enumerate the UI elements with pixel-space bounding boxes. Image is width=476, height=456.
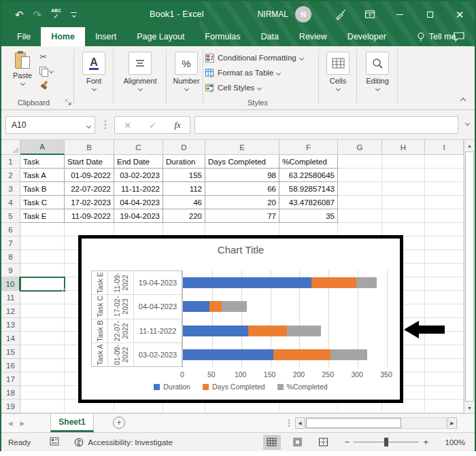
row-header-16[interactable]: 16	[1, 359, 20, 372]
row-header-5[interactable]: 5	[1, 209, 20, 223]
bar-segment-%completed[interactable]	[222, 301, 247, 312]
horizontal-scrollbar[interactable]: ◀ ▶	[295, 417, 457, 429]
draw-sparkle-icon[interactable]	[325, 1, 355, 27]
cell-A19[interactable]	[20, 400, 65, 413]
cell-C4[interactable]: 04-04-2023	[114, 196, 163, 209]
cell-A9[interactable]	[20, 264, 65, 277]
font-dropdown-icon[interactable]	[91, 86, 96, 91]
font-group[interactable]: A Font	[76, 52, 112, 90]
cell-C6[interactable]	[114, 223, 163, 236]
cell-H5[interactable]	[382, 209, 425, 223]
conditional-formatting-button[interactable]: Conditional Formatting	[205, 50, 303, 65]
cell-G2[interactable]	[338, 169, 382, 182]
row-header-4[interactable]: 4	[1, 196, 20, 209]
vertical-scroll-thumb[interactable]	[465, 152, 474, 402]
cell-F2[interactable]: 63.22580645	[279, 169, 338, 182]
cell-H2[interactable]	[382, 169, 425, 182]
macro-record-icon[interactable]	[50, 437, 59, 447]
cells-dropdown-icon[interactable]	[335, 86, 340, 91]
insert-function-icon[interactable]: fx	[174, 120, 180, 130]
scroll-left-icon[interactable]: ◀	[295, 417, 305, 429]
cell-F3[interactable]: 58.92857143	[279, 182, 338, 196]
cell-I5[interactable]	[425, 209, 464, 223]
bar-segment-%completed[interactable]	[330, 349, 367, 360]
format-as-table-dropdown-icon[interactable]	[276, 70, 281, 75]
cell-B3[interactable]: 22-07-2022	[65, 182, 114, 196]
paste-dropdown-icon[interactable]	[20, 81, 24, 86]
zoom-slider-thumb[interactable]	[384, 438, 388, 446]
cell-A18[interactable]	[20, 386, 65, 400]
cell-A4[interactable]: Task C	[20, 196, 65, 209]
row-header-19[interactable]: 19	[1, 400, 20, 413]
name-box[interactable]: A10	[5, 116, 95, 134]
cell-I9[interactable]	[425, 264, 464, 277]
cell-G5[interactable]	[338, 209, 382, 223]
bar-segment-days-completed[interactable]	[273, 349, 330, 360]
cell-A6[interactable]	[20, 223, 65, 236]
cell-H6[interactable]	[382, 223, 425, 236]
cut-button[interactable]: ✂	[39, 52, 53, 62]
row-header-7[interactable]: 7	[1, 236, 20, 250]
cell-G4[interactable]	[338, 196, 382, 209]
select-all-corner[interactable]	[1, 140, 20, 155]
spelling-icon[interactable]: ABC ✓	[51, 9, 61, 20]
tab-review[interactable]: Review	[289, 27, 337, 46]
zoom-slider[interactable]	[354, 442, 419, 442]
col-header-A[interactable]: A	[20, 140, 65, 155]
cell-F1[interactable]: %Completed	[279, 155, 338, 169]
cell-A1[interactable]: Task	[20, 155, 65, 169]
bar-segment-%completed[interactable]	[287, 326, 322, 336]
cell-C2[interactable]: 03-02-2023	[114, 169, 163, 182]
number-dropdown-icon[interactable]	[184, 86, 188, 91]
chart-title[interactable]: Chart Title	[82, 244, 400, 256]
bar-segment-duration[interactable]	[183, 301, 209, 312]
cell-A13[interactable]	[20, 318, 65, 332]
cell-A2[interactable]: Task A	[20, 169, 65, 182]
editing-group[interactable]: Editing	[359, 52, 396, 90]
cell-H1[interactable]	[382, 155, 425, 169]
zoom-in-icon[interactable]: +	[419, 437, 432, 447]
cell-I7[interactable]	[425, 236, 464, 250]
cell-A5[interactable]: Task E	[20, 209, 65, 223]
maximize-button[interactable]	[415, 1, 445, 27]
bar-segment-days-completed[interactable]	[209, 301, 221, 312]
avatar[interactable]: N	[295, 6, 311, 22]
copy-dropdown-icon[interactable]	[49, 69, 54, 73]
col-header-E[interactable]: E	[205, 140, 279, 155]
cell-I1[interactable]	[425, 155, 464, 169]
cell-I2[interactable]	[425, 169, 464, 182]
tab-formulas[interactable]: Formulas	[194, 27, 250, 46]
col-header-D[interactable]: D	[163, 140, 205, 155]
close-button[interactable]: ✕	[445, 1, 475, 27]
comments-icon[interactable]	[453, 27, 465, 46]
page-break-view-icon[interactable]	[315, 435, 333, 450]
cell-D4[interactable]: 46	[163, 196, 205, 209]
customize-quick-access-icon[interactable]	[71, 12, 77, 17]
tab-file[interactable]: File	[7, 27, 41, 46]
col-header-I[interactable]: I	[425, 140, 464, 155]
cell-G3[interactable]	[338, 182, 382, 196]
row-header-11[interactable]: 11	[1, 291, 20, 304]
ribbon-display-options-icon[interactable]	[355, 1, 385, 27]
tab-page-layout[interactable]: Page Layout	[126, 27, 194, 46]
row-header-17[interactable]: 17	[1, 372, 20, 386]
cell-A11[interactable]	[20, 291, 65, 304]
cell-B1[interactable]: Start Date	[65, 155, 114, 169]
col-header-B[interactable]: B	[65, 140, 114, 155]
row-header-12[interactable]: 12	[1, 304, 20, 318]
row-header-15[interactable]: 15	[1, 345, 20, 359]
tabbar-splitter[interactable]: •••	[287, 419, 291, 427]
row-header-14[interactable]: 14	[1, 332, 20, 345]
cell-I16[interactable]	[425, 359, 464, 372]
cell-G1[interactable]	[338, 155, 382, 169]
collapse-ribbon-icon[interactable]	[461, 96, 465, 104]
cell-I18[interactable]	[425, 386, 464, 400]
cell-G6[interactable]	[338, 223, 382, 236]
col-header-C[interactable]: C	[114, 140, 163, 155]
cell-D6[interactable]	[163, 223, 205, 236]
cell-I19[interactable]	[425, 400, 464, 413]
cell-F5[interactable]: 35	[279, 209, 338, 223]
formula-bar-splitter[interactable]: •••	[103, 120, 107, 130]
col-header-H[interactable]: H	[382, 140, 425, 155]
editing-dropdown-icon[interactable]	[375, 86, 379, 91]
